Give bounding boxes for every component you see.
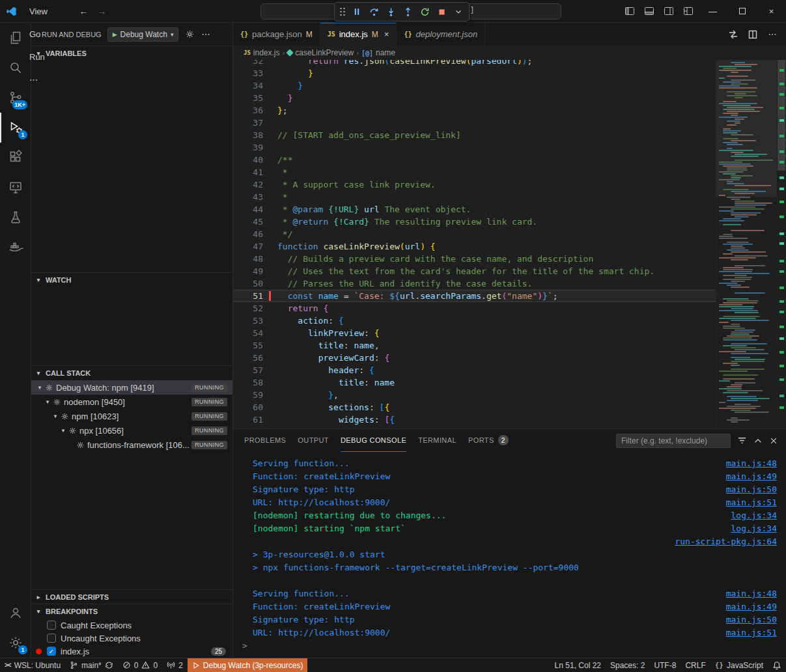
line-number[interactable]: 45	[233, 216, 263, 228]
editor-more-icon[interactable]: ⋯	[764, 26, 781, 43]
code-line[interactable]: 60 sections: [{	[233, 401, 716, 413]
code-line[interactable]: 58 title: name	[233, 376, 716, 389]
line-number[interactable]: 48	[233, 253, 263, 265]
tab-package-json[interactable]: {} package.json M	[233, 23, 320, 46]
line-number[interactable]: 50	[233, 277, 263, 290]
open-changes-icon[interactable]	[725, 26, 742, 43]
console-prompt-icon[interactable]: >	[233, 639, 786, 652]
menu-view[interactable]: View	[23, 0, 70, 23]
code-line[interactable]: 38// [START add_ons_case_preview_link]	[233, 129, 716, 141]
code-line[interactable]: 47function caseLinkPreview(url) {	[233, 240, 716, 253]
line-number[interactable]: 49	[233, 265, 263, 277]
docker-icon[interactable]	[0, 232, 31, 262]
code-line[interactable]: 44 * @param {!URL} url The event object.	[233, 203, 716, 216]
forwarded-ports-item[interactable]: 2	[162, 658, 188, 672]
debug-console-output[interactable]: Serving function...main.js:48Function: c…	[233, 452, 786, 658]
line-number[interactable]: 56	[233, 352, 263, 364]
line-number[interactable]: 32	[233, 60, 263, 67]
line-number[interactable]: 42	[233, 178, 263, 191]
customize-layout-icon[interactable]	[679, 0, 698, 23]
breadcrumb[interactable]: JS index.js › caseLinkPreview › [@] name	[233, 46, 786, 60]
code-line[interactable]: 42 * A support case link preview.	[233, 178, 716, 191]
maximize-button[interactable]	[727, 0, 757, 23]
stop-button[interactable]	[436, 7, 447, 17]
code-line[interactable]: 48 // Builds a preview card with the cas…	[233, 253, 716, 265]
code-line[interactable]: 37	[233, 117, 716, 129]
source-link[interactable]: main.js:48	[726, 457, 777, 470]
line-number[interactable]: 34	[233, 79, 263, 92]
line-number[interactable]: 55	[233, 339, 263, 352]
code-line[interactable]: 35 }	[233, 92, 716, 104]
tab-index-js[interactable]: JS index.js M ×	[320, 23, 397, 46]
line-number[interactable]: 46	[233, 228, 263, 240]
drag-grip-icon[interactable]	[340, 8, 345, 16]
source-link[interactable]: main.js:51	[726, 626, 777, 639]
code-line[interactable]: 50 // Parses the URL and identify the ca…	[233, 277, 716, 290]
pause-button[interactable]	[352, 7, 362, 17]
code-line[interactable]: 39	[233, 141, 716, 154]
line-number[interactable]: 57	[233, 364, 263, 376]
close-tab-icon[interactable]: ×	[384, 29, 389, 39]
indentation-item[interactable]: Spaces: 2	[606, 658, 649, 672]
tab-terminal[interactable]: TERMINAL	[418, 429, 456, 452]
remote-explorer-icon[interactable]	[0, 173, 31, 203]
command-center[interactable]: tu]	[260, 3, 561, 20]
line-number[interactable]: 59	[233, 389, 263, 401]
menu-go[interactable]: Go	[23, 23, 70, 46]
remote-indicator[interactable]: >< WSL: Ubuntu	[0, 658, 65, 672]
line-number[interactable]: 52	[233, 302, 263, 315]
code-line[interactable]: 36};	[233, 104, 716, 117]
code-line[interactable]: 61 widgets: [{	[233, 413, 716, 426]
views-more-icon[interactable]: ⋯	[201, 29, 210, 39]
callstack-item[interactable]: functions-framework [106...RUNNING	[31, 438, 232, 452]
toggle-panel-icon[interactable]	[639, 0, 659, 23]
line-number[interactable]: 60	[233, 401, 263, 413]
code-line[interactable]: 49 // Uses the text from the card's head…	[233, 265, 716, 277]
code-line[interactable]: 57 header: {	[233, 364, 716, 376]
encoding-item[interactable]: UTF-8	[649, 658, 681, 672]
source-link[interactable]: main.js:49	[726, 600, 777, 613]
callstack-item[interactable]: ▾npm [10623]RUNNING	[31, 409, 232, 423]
debug-session-dropdown-icon[interactable]	[453, 7, 464, 17]
line-number[interactable]: 61	[233, 413, 263, 426]
source-link[interactable]: main.js:51	[726, 496, 777, 509]
tab-output[interactable]: OUTPUT	[298, 429, 329, 452]
testing-icon[interactable]	[0, 203, 31, 232]
code-line[interactable]: 34 }	[233, 79, 716, 92]
split-editor-icon[interactable]	[744, 26, 761, 43]
editor-scrollbar[interactable]	[778, 60, 785, 171]
menu-run[interactable]: Run	[23, 46, 70, 68]
nav-back-icon[interactable]: ←	[79, 6, 88, 16]
code-line[interactable]: 54 linkPreview: {	[233, 327, 716, 339]
toggle-sidebar-icon[interactable]	[620, 0, 639, 23]
source-link[interactable]: main.js:50	[726, 483, 777, 496]
git-branch-item[interactable]: main*	[65, 658, 118, 672]
line-number[interactable]: 51	[233, 290, 263, 302]
line-number[interactable]: 39	[233, 141, 263, 154]
close-window-button[interactable]: ×	[757, 0, 786, 23]
code-line[interactable]: 45 * @return {!Card} The resulting previ…	[233, 216, 716, 228]
minimize-button[interactable]: —	[698, 0, 727, 23]
code-line[interactable]: 32 return res.json(caseLinkPreview(parse…	[233, 60, 716, 67]
code-line[interactable]: 56 previewCard: {	[233, 352, 716, 364]
code-line[interactable]: 51 const name = `Case: ${url.searchParam…	[233, 290, 716, 302]
cursor-position-item[interactable]: Ln 51, Col 22	[550, 658, 606, 672]
breakpoints-section-header[interactable]: ▾ BREAKPOINTS	[31, 604, 232, 619]
problems-item[interactable]: 0 0	[118, 658, 162, 672]
language-mode-item[interactable]: {} JavaScript	[710, 658, 768, 672]
breakpoint-item[interactable]: Caught Exceptions	[31, 619, 232, 632]
line-number[interactable]: 53	[233, 315, 263, 327]
menu-more[interactable]: ⋯	[23, 68, 70, 91]
line-number[interactable]: 33	[233, 67, 263, 79]
step-over-button[interactable]	[369, 7, 379, 17]
maximize-panel-icon[interactable]	[753, 436, 763, 445]
code-line[interactable]: 43 *	[233, 191, 716, 203]
line-number[interactable]: 35	[233, 92, 263, 104]
breakpoint-checkbox[interactable]	[47, 621, 56, 630]
call-stack-section-header[interactable]: ▾ CALL STACK	[31, 366, 232, 380]
line-number[interactable]: 43	[233, 191, 263, 203]
code-line[interactable]: 52 return {	[233, 302, 716, 315]
line-number[interactable]: 44	[233, 203, 263, 216]
step-out-button[interactable]	[402, 7, 413, 17]
notifications-bell-icon[interactable]	[768, 658, 786, 672]
